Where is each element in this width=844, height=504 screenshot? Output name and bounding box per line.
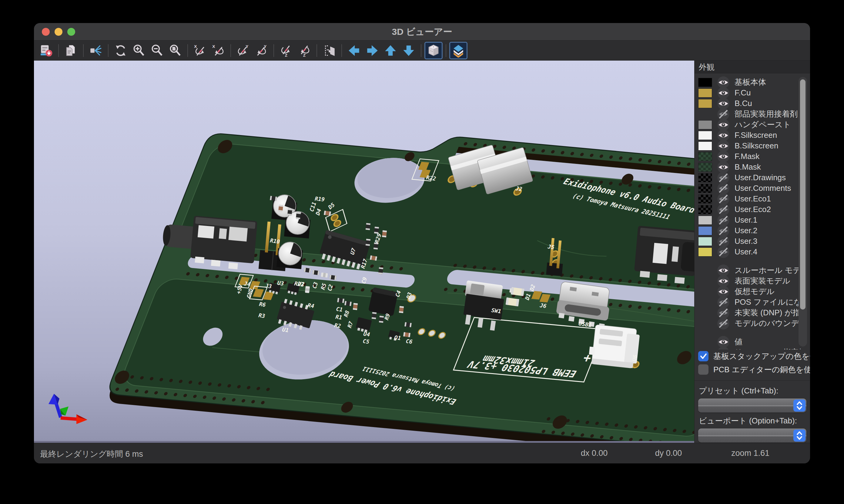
layer-row-user-1[interactable]: User.1 [694, 215, 810, 226]
show-appearance-manager-button[interactable] [449, 42, 467, 59]
status-dy: dy 0.00 [655, 449, 682, 458]
zoom-in-button[interactable] [130, 42, 148, 59]
layer-row-user-comments[interactable]: User.Comments [694, 183, 810, 194]
layer-label: ハンダペースト [735, 119, 791, 130]
layer-row-pos-file-models[interactable]: POS ファイルにないモデル [694, 297, 810, 307]
layer-color-swatch[interactable] [698, 78, 712, 87]
layer-color-swatch[interactable] [698, 131, 712, 140]
dropdown-chevrons-icon[interactable] [793, 399, 806, 412]
rotate-x-clockwise-button[interactable]: X [191, 42, 209, 59]
rotate-z-counterclockwise-button[interactable]: Z [295, 42, 313, 59]
silkscreen-ref-label: U3 [277, 280, 284, 287]
orthographic-projection-button[interactable] [425, 42, 443, 59]
silkscreen-ref-label: R6 [259, 301, 266, 308]
layer-label: User.Comments [735, 183, 791, 193]
viewport-dropdown[interactable] [698, 429, 806, 443]
layer-row-dnp-models[interactable]: 未実装 (DNP) が指定された部品 [694, 307, 810, 318]
layer-color-swatch[interactable] [698, 184, 712, 193]
dropdown-chevrons-icon[interactable] [793, 430, 806, 442]
layer-row-solder-paste[interactable]: ハンダペースト [694, 119, 810, 130]
layer-color-swatch[interactable] [698, 88, 712, 97]
layer-label: User.4 [735, 247, 757, 256]
screen: 3D ビューアー X X Y Y Z Z [0, 0, 844, 504]
layer-row-user-eco1[interactable]: User.Eco1 [694, 194, 810, 204]
scrollbar-thumb[interactable] [800, 79, 806, 309]
zoom-out-button[interactable] [148, 42, 166, 59]
layer-row-b-silkscreen[interactable]: B.Silkscreen [694, 141, 810, 151]
redraw-icon [114, 43, 127, 57]
option-use-pcb-editor-copper[interactable]: PCB エディターの銅色を使用 [694, 363, 810, 376]
visibility-off-icon[interactable] [717, 246, 730, 258]
layer-label: 値 [735, 337, 742, 347]
layer-color-swatch[interactable] [698, 195, 712, 203]
preset-dropdown[interactable] [698, 399, 806, 413]
move-down-button[interactable] [400, 42, 418, 59]
layer-row-values[interactable]: 値 [694, 337, 810, 347]
checkbox-unchecked-icon[interactable] [698, 364, 708, 375]
rotate-z-clockwise-button[interactable]: Z [277, 42, 295, 59]
layer-row-b-mask[interactable]: B.Mask [694, 162, 810, 172]
layer-label: スルーホール モデル [735, 265, 800, 276]
rotate-y-counterclockwise-button[interactable]: Y [252, 42, 271, 59]
layer-row-bounding-boxes[interactable]: モデルのバウンディングボックス [694, 318, 810, 329]
layer-color-swatch[interactable] [698, 226, 712, 235]
layer-color-swatch[interactable] [698, 163, 712, 172]
layer-row-adhesive[interactable]: 部品実装用接着剤 (Adhesive) [694, 109, 810, 119]
copy-image-button[interactable] [62, 42, 80, 59]
layer-color-swatch[interactable] [698, 120, 712, 129]
rotate-y-clockwise-button[interactable]: Y [234, 42, 252, 59]
move-right-button[interactable] [363, 42, 381, 59]
flip-board-button[interactable] [320, 42, 338, 59]
layer-label: B.Mask [735, 162, 761, 172]
viewport-3d[interactable]: Exidiophone v6.0 Audio Board (c) Tomoya … [34, 60, 694, 443]
layer-row-user-drawings[interactable]: User.Drawings [694, 172, 810, 183]
render-options-button[interactable] [87, 42, 105, 59]
layer-color-swatch[interactable] [698, 152, 712, 161]
layer-row-th-models[interactable]: スルーホール モデル [694, 265, 810, 276]
layer-row-user-eco2[interactable]: User.Eco2 [694, 204, 810, 215]
silkscreen-ref-label: U1 [282, 326, 289, 334]
option-use-stackup-colors[interactable]: 基板スタックアップの色を使用 [694, 349, 810, 363]
layer-row-references[interactable]: リファレンス指定子 [694, 347, 810, 349]
layer-row-virtual-models[interactable]: 仮想モデル [694, 286, 810, 297]
layer-row-f-mask[interactable]: F.Mask [694, 151, 810, 162]
layer-row-board-body[interactable]: 基板本体 [694, 77, 810, 88]
silkscreen-ref-label: C5 [362, 338, 370, 345]
visibility-on-icon[interactable] [717, 346, 730, 350]
silkscreen-ref-label: U2 [297, 280, 305, 287]
layer-color-swatch[interactable] [698, 141, 712, 150]
visibility-off-icon[interactable] [717, 317, 730, 330]
layer-color-swatch[interactable] [698, 237, 712, 246]
layer-row-user-2[interactable]: User.2 [694, 226, 810, 236]
titlebar: 3D ビューアー [34, 23, 810, 41]
layer-color-swatch[interactable] [698, 99, 712, 108]
layer-color-swatch[interactable] [698, 248, 712, 256]
layer-label: 未実装 (DNP) が指定された部品 [735, 307, 800, 318]
checkbox-checked-icon[interactable] [698, 351, 708, 361]
reload-board-button[interactable] [37, 42, 55, 59]
layer-row-f-cu[interactable]: F.Cu [694, 88, 810, 98]
layer-color-swatch[interactable] [698, 205, 712, 214]
layer-row-smd-models[interactable]: 表面実装モデル [694, 276, 810, 286]
layer-color-swatch[interactable] [698, 173, 712, 182]
reload-board-icon [39, 43, 53, 57]
layer-row-user-4[interactable]: User.4 [694, 247, 810, 257]
layer-list-scrollbar[interactable] [798, 77, 807, 346]
redraw-button[interactable] [111, 42, 130, 59]
layer-label: User.Eco2 [735, 205, 771, 214]
move-left-button[interactable] [345, 42, 363, 59]
zoom-to-fit-button[interactable] [166, 42, 184, 59]
layer-row-user-3[interactable]: User.3 [694, 236, 810, 247]
rotate-x-counterclockwise-button[interactable]: X [209, 42, 227, 59]
window-title: 3D ビューアー [34, 23, 810, 41]
silkscreen-ref-label: C6 [405, 338, 413, 345]
3d-viewer-window: 3D ビューアー X X Y Y Z Z [34, 23, 810, 463]
layer-label: POS ファイルにないモデル [735, 297, 800, 307]
layer-color-swatch[interactable] [698, 216, 712, 225]
move-up-button[interactable] [381, 42, 400, 59]
layer-row-b-cu[interactable]: B.Cu [694, 98, 810, 109]
render-options-icon [89, 43, 103, 57]
copy-image-icon [64, 43, 78, 57]
layer-row-f-silkscreen[interactable]: F.Silkscreen [694, 130, 810, 141]
layer-list: 基板本体F.CuB.Cu部品実装用接着剤 (Adhesive)ハンダペーストF.… [694, 73, 810, 349]
